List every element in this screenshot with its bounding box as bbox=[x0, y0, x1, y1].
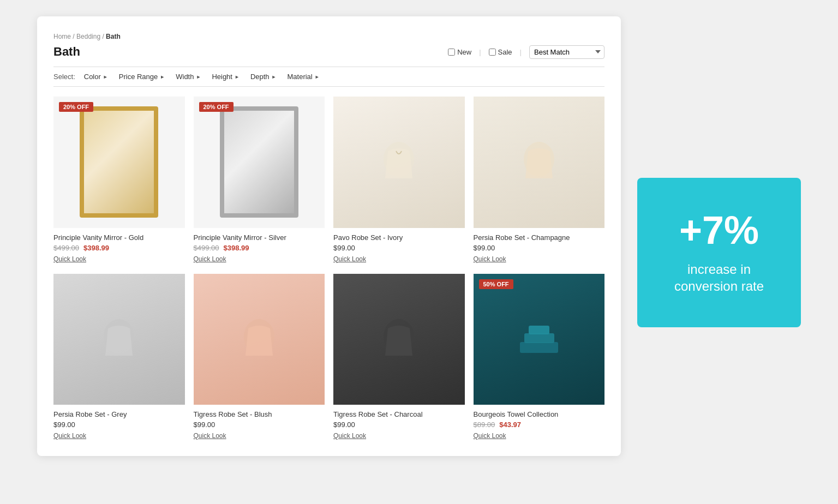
product-item: 20% OFF Principle Vanity Mirror - Gold $… bbox=[53, 97, 185, 263]
discount-badge: 20% OFF bbox=[59, 102, 93, 112]
filter-height[interactable]: Height ► bbox=[212, 73, 240, 81]
discount-badge: 50% OFF bbox=[479, 279, 513, 289]
quick-look-button[interactable]: Quick Look bbox=[194, 255, 325, 263]
product-image-placeholder bbox=[53, 97, 185, 228]
product-item: 20% OFF Principle Vanity Mirror - Silver… bbox=[194, 97, 325, 263]
product-item: 50% OFF Bourgeois Towel Collection $89.0… bbox=[474, 274, 605, 440]
breadcrumb-bedding[interactable]: Bedding bbox=[76, 33, 100, 40]
price-sale: $398.99 bbox=[224, 244, 249, 252]
quick-look-button[interactable]: Quick Look bbox=[474, 255, 605, 263]
product-name: Persia Robe Set - Grey bbox=[53, 410, 185, 418]
price-row: $89.00 $43.97 bbox=[474, 421, 605, 429]
price-regular: $99.00 bbox=[474, 244, 495, 252]
price-sale: $43.97 bbox=[499, 421, 521, 429]
robe-icon bbox=[377, 140, 421, 184]
conversion-card: +7% increase in conversion rate bbox=[637, 178, 801, 327]
filter-material-label: Material bbox=[288, 73, 313, 81]
robe-icon bbox=[237, 317, 281, 361]
conversion-text: increase in conversion rate bbox=[674, 261, 764, 295]
price-regular: $99.00 bbox=[53, 421, 75, 429]
new-label: New bbox=[457, 48, 471, 56]
filter-width-arrow: ► bbox=[196, 74, 201, 80]
quick-look-button[interactable]: Quick Look bbox=[333, 255, 465, 263]
new-checkbox[interactable] bbox=[448, 49, 455, 56]
price-original: $499.00 bbox=[194, 244, 219, 252]
product-image-wrap: 50% OFF bbox=[474, 274, 605, 405]
product-item: Tigress Robe Set - Blush $99.00 Quick Lo… bbox=[194, 274, 325, 440]
filter-material[interactable]: Material ► bbox=[288, 73, 320, 81]
quick-look-button[interactable]: Quick Look bbox=[53, 432, 185, 440]
sort-select[interactable]: Best Match Price: Low to High Price: Hig… bbox=[529, 45, 604, 59]
filter-price-range[interactable]: Price Range ► bbox=[119, 73, 165, 81]
robe-icon bbox=[97, 317, 141, 361]
filter-color-arrow: ► bbox=[103, 74, 108, 80]
svg-rect-7 bbox=[529, 326, 549, 334]
product-image-wrap bbox=[194, 274, 325, 405]
product-image-wrap bbox=[333, 97, 465, 228]
product-name: Principle Vanity Mirror - Gold bbox=[53, 233, 185, 242]
sale-label: Sale bbox=[498, 48, 512, 56]
filter-width[interactable]: Width ► bbox=[176, 73, 201, 81]
discount-badge: 20% OFF bbox=[199, 102, 234, 112]
price-sale: $398.99 bbox=[83, 244, 109, 252]
price-regular: $99.00 bbox=[194, 421, 216, 429]
filter-depth[interactable]: Depth ► bbox=[250, 73, 277, 81]
filter-depth-label: Depth bbox=[250, 73, 270, 81]
product-item: Tigress Robe Set - Charcoal $99.00 Quick… bbox=[333, 274, 465, 440]
product-image-placeholder bbox=[474, 274, 605, 405]
new-checkbox-label[interactable]: New bbox=[448, 48, 471, 56]
robe-icon bbox=[517, 140, 561, 184]
product-item: Persia Robe Set - Champagne $99.00 Quick… bbox=[474, 97, 605, 263]
conversion-line1: increase in bbox=[687, 262, 751, 277]
svg-rect-6 bbox=[524, 333, 554, 343]
price-regular: $99.00 bbox=[333, 421, 355, 429]
page-wrapper: Home / Bedding / Bath Bath New | Sale | bbox=[37, 16, 801, 456]
product-name: Pavo Robe Set - Ivory bbox=[333, 233, 465, 242]
product-image-placeholder bbox=[53, 274, 185, 405]
filter-material-arrow: ► bbox=[315, 74, 320, 80]
product-image-placeholder bbox=[333, 97, 465, 228]
conversion-line2: conversion rate bbox=[674, 279, 764, 293]
price-row: $99.00 bbox=[474, 244, 605, 252]
sale-checkbox[interactable] bbox=[489, 49, 496, 56]
page-header: Bath New | Sale | Best Match Price: Low … bbox=[53, 45, 604, 59]
price-row: $499.00 $398.99 bbox=[53, 244, 185, 252]
header-controls: New | Sale | Best Match Price: Low to Hi… bbox=[448, 45, 604, 59]
product-image-placeholder bbox=[194, 274, 325, 405]
product-name: Tigress Robe Set - Charcoal bbox=[333, 410, 465, 418]
page-title: Bath bbox=[53, 45, 80, 59]
separator2: | bbox=[520, 48, 522, 56]
price-row: $99.00 bbox=[53, 421, 185, 429]
price-regular: $99.00 bbox=[333, 244, 355, 252]
filter-height-arrow: ► bbox=[235, 74, 240, 80]
price-row: $99.00 bbox=[194, 421, 325, 429]
product-image-wrap: 20% OFF bbox=[53, 97, 185, 228]
product-image-wrap bbox=[333, 274, 465, 405]
filter-price-label: Price Range bbox=[119, 73, 158, 81]
quick-look-button[interactable]: Quick Look bbox=[194, 432, 325, 440]
product-name: Principle Vanity Mirror - Silver bbox=[194, 233, 325, 242]
product-image-placeholder bbox=[194, 97, 325, 228]
filter-color[interactable]: Color ► bbox=[84, 73, 108, 81]
select-label: Select: bbox=[53, 73, 75, 81]
breadcrumb-home[interactable]: Home bbox=[53, 33, 71, 40]
filter-bar: Select: Color ► Price Range ► Width ► He… bbox=[53, 67, 604, 87]
separator: | bbox=[479, 48, 481, 56]
product-image-wrap bbox=[53, 274, 185, 405]
price-row: $99.00 bbox=[333, 244, 465, 252]
filter-color-label: Color bbox=[84, 73, 101, 81]
mirror-gold-image bbox=[80, 106, 158, 218]
product-name: Persia Robe Set - Champagne bbox=[474, 233, 605, 242]
quick-look-button[interactable]: Quick Look bbox=[333, 432, 465, 440]
product-grid: 20% OFF Principle Vanity Mirror - Gold $… bbox=[53, 97, 604, 440]
filter-depth-arrow: ► bbox=[272, 74, 277, 80]
product-name: Tigress Robe Set - Blush bbox=[194, 410, 325, 418]
mirror-silver-image bbox=[220, 106, 298, 218]
price-row: $499.00 $398.99 bbox=[194, 244, 325, 252]
product-item: Persia Robe Set - Grey $99.00 Quick Look bbox=[53, 274, 185, 440]
sale-checkbox-label[interactable]: Sale bbox=[489, 48, 512, 56]
quick-look-button[interactable]: Quick Look bbox=[474, 432, 605, 440]
price-row: $99.00 bbox=[333, 421, 465, 429]
quick-look-button[interactable]: Quick Look bbox=[53, 255, 185, 263]
product-image-placeholder bbox=[474, 97, 605, 228]
